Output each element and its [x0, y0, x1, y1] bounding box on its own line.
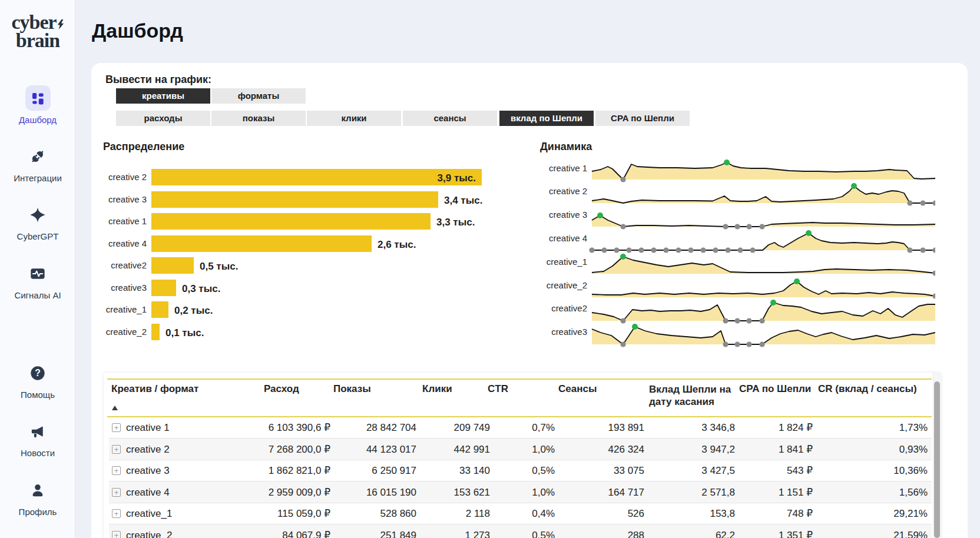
svg-text:?: ?	[35, 368, 41, 378]
